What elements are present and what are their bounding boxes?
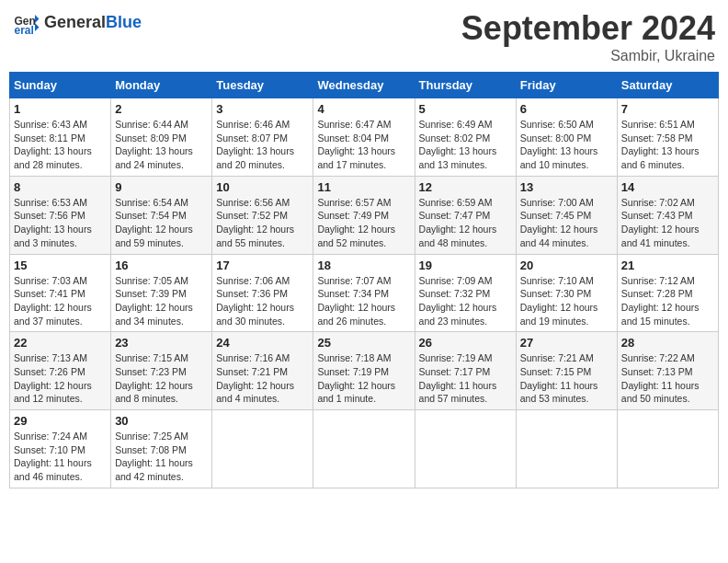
sunrise-text: Sunrise: 6:43 AM <box>14 119 87 130</box>
day-info: Sunrise: 7:10 AM Sunset: 7:30 PM Dayligh… <box>520 274 613 328</box>
sunset-text: Sunset: 7:15 PM <box>520 366 592 377</box>
table-row: 23 Sunrise: 7:15 AM Sunset: 7:23 PM Dayl… <box>111 332 212 410</box>
sunset-text: Sunset: 8:11 PM <box>14 132 85 144</box>
table-row: 6 Sunrise: 6:50 AM Sunset: 8:00 PM Dayli… <box>516 98 617 177</box>
month-title: September 2024 <box>461 9 715 48</box>
day-number: 22 <box>14 336 107 350</box>
sunrise-text: Sunrise: 6:54 AM <box>115 197 188 208</box>
daylight-text: Daylight: 12 hours and 4 minutes. <box>216 380 294 405</box>
day-number: 7 <box>621 102 714 116</box>
table-row: 7 Sunrise: 6:51 AM Sunset: 7:58 PM Dayli… <box>617 98 718 177</box>
day-info: Sunrise: 7:02 AM Sunset: 7:43 PM Dayligh… <box>621 196 714 250</box>
daylight-text: Daylight: 12 hours and 41 minutes. <box>621 224 700 248</box>
table-row: 16 Sunrise: 7:05 AM Sunset: 7:39 PM Dayl… <box>111 254 212 332</box>
sunrise-text: Sunrise: 6:57 AM <box>317 197 391 208</box>
day-number: 9 <box>115 180 208 194</box>
day-number: 25 <box>317 336 410 350</box>
day-number: 29 <box>14 414 107 428</box>
sunset-text: Sunset: 8:07 PM <box>216 132 288 144</box>
daylight-text: Daylight: 13 hours and 20 minutes. <box>216 145 294 170</box>
sunset-text: Sunset: 7:08 PM <box>115 444 187 455</box>
daylight-text: Daylight: 12 hours and 15 minutes. <box>621 302 700 327</box>
sunset-text: Sunset: 7:52 PM <box>216 210 288 221</box>
table-row <box>313 410 415 488</box>
sunrise-text: Sunrise: 6:47 AM <box>317 119 391 130</box>
table-row <box>212 410 313 488</box>
table-row: 18 Sunrise: 7:07 AM Sunset: 7:34 PM Dayl… <box>313 254 415 332</box>
col-monday: Monday <box>111 73 212 98</box>
sunrise-text: Sunrise: 6:59 AM <box>419 197 493 208</box>
daylight-text: Daylight: 13 hours and 17 minutes. <box>317 145 395 170</box>
day-info: Sunrise: 7:06 AM Sunset: 7:36 PM Dayligh… <box>216 274 309 328</box>
calendar-table: Sunday Monday Tuesday Wednesday Thursday… <box>9 72 719 488</box>
daylight-text: Daylight: 12 hours and 52 minutes. <box>317 224 395 248</box>
daylight-text: Daylight: 12 hours and 12 minutes. <box>14 380 92 405</box>
day-info: Sunrise: 6:43 AM Sunset: 8:11 PM Dayligh… <box>14 118 107 172</box>
daylight-text: Daylight: 12 hours and 48 minutes. <box>419 224 497 248</box>
day-info: Sunrise: 7:16 AM Sunset: 7:21 PM Dayligh… <box>216 351 309 406</box>
daylight-text: Daylight: 12 hours and 59 minutes. <box>115 224 193 248</box>
day-info: Sunrise: 6:54 AM Sunset: 7:54 PM Dayligh… <box>115 196 208 250</box>
sunset-text: Sunset: 7:17 PM <box>419 366 491 377</box>
logo-general: GeneralBlue <box>44 14 142 32</box>
day-info: Sunrise: 7:22 AM Sunset: 7:13 PM Dayligh… <box>621 351 714 406</box>
sunset-text: Sunset: 7:56 PM <box>14 210 85 221</box>
sunset-text: Sunset: 7:54 PM <box>115 210 187 221</box>
day-info: Sunrise: 6:46 AM Sunset: 8:07 PM Dayligh… <box>216 118 309 172</box>
day-number: 5 <box>419 102 512 116</box>
day-number: 19 <box>419 259 512 272</box>
sunrise-text: Sunrise: 7:02 AM <box>621 197 695 208</box>
daylight-text: Daylight: 11 hours and 57 minutes. <box>419 380 497 405</box>
table-row: 26 Sunrise: 7:19 AM Sunset: 7:17 PM Dayl… <box>415 332 516 410</box>
sunset-text: Sunset: 7:47 PM <box>419 210 491 221</box>
svg-text:eral: eral <box>15 24 34 37</box>
daylight-text: Daylight: 12 hours and 55 minutes. <box>216 224 294 248</box>
calendar-header-row: Sunday Monday Tuesday Wednesday Thursday… <box>10 73 719 98</box>
table-row: 21 Sunrise: 7:12 AM Sunset: 7:28 PM Dayl… <box>617 254 718 332</box>
day-number: 10 <box>216 180 309 194</box>
table-row: 3 Sunrise: 6:46 AM Sunset: 8:07 PM Dayli… <box>212 98 313 177</box>
day-number: 13 <box>520 180 613 194</box>
sunset-text: Sunset: 7:26 PM <box>14 366 85 377</box>
table-row: 25 Sunrise: 7:18 AM Sunset: 7:19 PM Dayl… <box>313 332 415 410</box>
day-number: 8 <box>14 180 107 194</box>
daylight-text: Daylight: 12 hours and 8 minutes. <box>115 380 193 405</box>
calendar-week-row: 15 Sunrise: 7:03 AM Sunset: 7:41 PM Dayl… <box>10 254 719 332</box>
sunrise-text: Sunrise: 7:24 AM <box>14 431 87 442</box>
sunrise-text: Sunrise: 7:18 AM <box>317 352 391 363</box>
table-row: 27 Sunrise: 7:21 AM Sunset: 7:15 PM Dayl… <box>516 332 617 410</box>
table-row: 15 Sunrise: 7:03 AM Sunset: 7:41 PM Dayl… <box>10 254 111 332</box>
sunrise-text: Sunrise: 7:21 AM <box>520 352 594 363</box>
day-info: Sunrise: 6:47 AM Sunset: 8:04 PM Dayligh… <box>317 118 410 172</box>
logo: Gen eral GeneralBlue <box>13 9 142 37</box>
day-info: Sunrise: 6:49 AM Sunset: 8:02 PM Dayligh… <box>419 118 512 172</box>
day-number: 23 <box>115 336 208 350</box>
day-info: Sunrise: 6:51 AM Sunset: 7:58 PM Dayligh… <box>621 118 714 172</box>
day-number: 18 <box>317 259 410 272</box>
day-info: Sunrise: 7:19 AM Sunset: 7:17 PM Dayligh… <box>419 351 512 406</box>
col-wednesday: Wednesday <box>313 73 415 98</box>
daylight-text: Daylight: 13 hours and 13 minutes. <box>419 145 497 170</box>
sunset-text: Sunset: 7:34 PM <box>317 288 389 299</box>
calendar-week-row: 1 Sunrise: 6:43 AM Sunset: 8:11 PM Dayli… <box>10 98 719 177</box>
daylight-text: Daylight: 13 hours and 10 minutes. <box>520 145 598 170</box>
sunset-text: Sunset: 7:36 PM <box>216 288 288 299</box>
day-number: 26 <box>419 336 512 350</box>
sunrise-text: Sunrise: 6:50 AM <box>520 119 594 130</box>
sunrise-text: Sunrise: 7:22 AM <box>621 352 695 363</box>
day-number: 12 <box>419 180 512 194</box>
day-number: 28 <box>621 336 714 350</box>
sunrise-text: Sunrise: 6:49 AM <box>419 119 493 130</box>
sunset-text: Sunset: 7:58 PM <box>621 132 693 144</box>
table-row: 8 Sunrise: 6:53 AM Sunset: 7:56 PM Dayli… <box>10 176 111 254</box>
daylight-text: Daylight: 13 hours and 24 minutes. <box>115 145 193 170</box>
sunrise-text: Sunrise: 6:56 AM <box>216 197 290 208</box>
table-row: 4 Sunrise: 6:47 AM Sunset: 8:04 PM Dayli… <box>313 98 415 177</box>
sunset-text: Sunset: 7:10 PM <box>14 444 85 455</box>
table-row <box>617 410 718 488</box>
table-row <box>516 410 617 488</box>
daylight-text: Daylight: 13 hours and 28 minutes. <box>14 145 92 170</box>
table-row: 20 Sunrise: 7:10 AM Sunset: 7:30 PM Dayl… <box>516 254 617 332</box>
day-info: Sunrise: 7:13 AM Sunset: 7:26 PM Dayligh… <box>14 351 107 406</box>
day-info: Sunrise: 7:25 AM Sunset: 7:08 PM Dayligh… <box>115 430 208 484</box>
